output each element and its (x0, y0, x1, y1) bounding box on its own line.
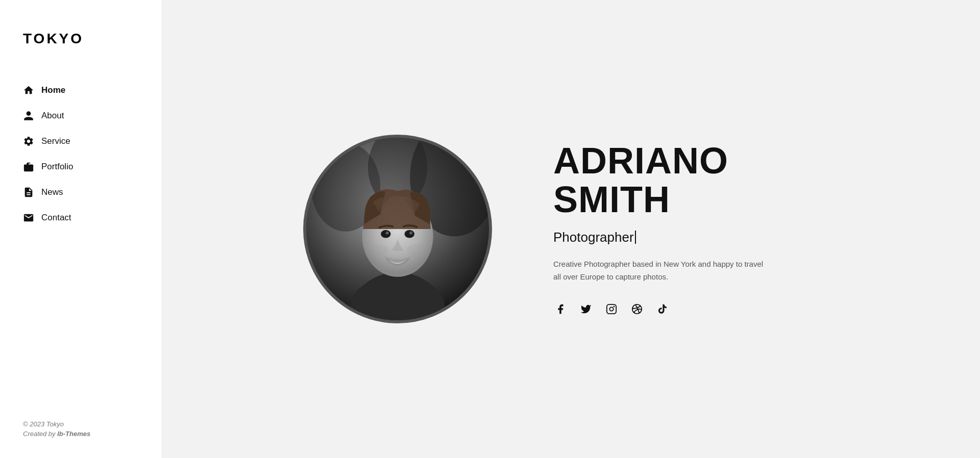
sidebar-item-news-label: News (41, 187, 63, 197)
dribbble-icon[interactable] (630, 302, 644, 316)
svg-point-13 (407, 244, 425, 256)
sidebar-item-portfolio-label: Portfolio (41, 162, 73, 172)
logo[interactable]: TOKYO (23, 31, 139, 47)
svg-point-8 (381, 230, 390, 238)
svg-point-15 (609, 307, 613, 311)
briefcase-icon (23, 161, 34, 172)
svg-point-9 (405, 230, 414, 238)
profile-photo-svg (306, 138, 489, 320)
facebook-icon[interactable] (553, 302, 568, 316)
sidebar: TOKYO Home About Serv (0, 0, 162, 458)
sidebar-item-about-label: About (41, 111, 64, 121)
hero-description: Creative Photographer based in New York … (553, 258, 768, 284)
copyright-text: © 2023 Tokyo (23, 418, 139, 430)
home-icon (23, 85, 34, 96)
svg-rect-14 (607, 304, 616, 313)
profile-image (303, 135, 492, 323)
cursor-bar (635, 231, 636, 244)
hero-title: Photographer (553, 230, 839, 245)
person-icon (23, 110, 34, 121)
nav-menu: Home About Service P (23, 78, 139, 408)
svg-point-12 (371, 244, 388, 256)
svg-point-11 (409, 232, 412, 235)
creator-name: Ib-Themes (57, 430, 90, 438)
document-icon (23, 187, 34, 198)
svg-point-10 (386, 232, 389, 235)
social-links (553, 302, 839, 316)
sidebar-item-news[interactable]: News (23, 180, 139, 205)
sidebar-item-service[interactable]: Service (23, 129, 139, 154)
sidebar-item-service-label: Service (41, 136, 70, 146)
tiktok-icon[interactable] (655, 302, 670, 316)
hero-name: ADRIANO SMITH (553, 142, 839, 219)
svg-point-16 (614, 306, 615, 307)
hero-text: ADRIANO SMITH Photographer Creative Phot… (553, 142, 839, 316)
sidebar-item-contact[interactable]: Contact (23, 205, 139, 231)
gear-icon (23, 136, 34, 147)
main-content: ADRIANO SMITH Photographer Creative Phot… (162, 0, 980, 458)
sidebar-item-portfolio[interactable]: Portfolio (23, 154, 139, 180)
instagram-icon[interactable] (604, 302, 619, 316)
sidebar-item-home-label: Home (41, 85, 65, 95)
sidebar-item-about[interactable]: About (23, 103, 139, 129)
sidebar-item-contact-label: Contact (41, 213, 71, 223)
twitter-icon[interactable] (579, 302, 593, 316)
sidebar-item-home[interactable]: Home (23, 78, 139, 103)
envelope-icon (23, 212, 34, 223)
sidebar-footer: © 2023 Tokyo Created by Ib-Themes (23, 408, 139, 438)
hero-section: ADRIANO SMITH Photographer Creative Phot… (303, 135, 839, 323)
created-by-text: Created by Ib-Themes (23, 430, 139, 438)
